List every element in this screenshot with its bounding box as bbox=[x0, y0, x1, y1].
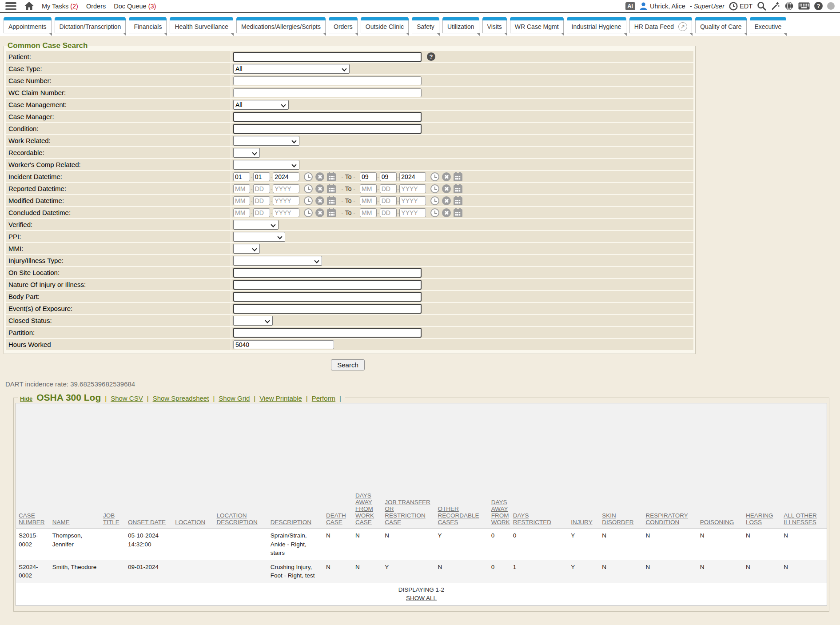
help-icon[interactable]: ? bbox=[814, 2, 823, 10]
on-site-location-input[interactable] bbox=[233, 268, 422, 278]
show-spreadsheet-link[interactable]: Show Spreadsheet bbox=[153, 394, 209, 402]
time-now-icon[interactable] bbox=[304, 196, 313, 205]
tab-wr-case-mgmt[interactable]: WR Case Mgmt bbox=[510, 17, 564, 33]
home-button[interactable] bbox=[24, 2, 34, 10]
table-row[interactable]: S2015-0002 Thompson, Jennifer 05-10-2024… bbox=[16, 529, 827, 560]
tab-outside-clinic[interactable]: Outside Clinic bbox=[361, 17, 409, 33]
calendar-icon[interactable] bbox=[454, 173, 462, 181]
time-now-icon[interactable] bbox=[430, 184, 439, 193]
col-poisoning[interactable]: POISONING bbox=[700, 519, 734, 525]
injury-illness-type-select[interactable] bbox=[233, 256, 322, 266]
show-csv-link[interactable]: Show CSV bbox=[111, 394, 143, 402]
concluded-from-month-input[interactable] bbox=[233, 208, 250, 217]
time-now-icon[interactable] bbox=[304, 184, 313, 193]
calendar-icon[interactable] bbox=[454, 185, 462, 193]
nature-of-injury-input[interactable] bbox=[233, 280, 422, 290]
incident-from-month-input[interactable] bbox=[233, 172, 250, 181]
hide-link[interactable]: Hide bbox=[20, 395, 32, 402]
col-location[interactable]: LOCATION bbox=[175, 519, 205, 525]
incident-to-day-input[interactable] bbox=[380, 172, 397, 181]
clear-date-icon[interactable] bbox=[442, 184, 451, 193]
tab-financials[interactable]: Financials bbox=[129, 17, 167, 33]
search-button[interactable]: Search bbox=[331, 359, 365, 370]
mmi-select[interactable] bbox=[233, 244, 260, 254]
perform-link[interactable]: Perform bbox=[312, 394, 335, 402]
reported-to-month-input[interactable] bbox=[360, 184, 377, 193]
wc-claim-number-input[interactable] bbox=[233, 88, 422, 97]
incident-to-year-input[interactable] bbox=[399, 172, 426, 181]
col-onset-date[interactable]: ONSET DATE bbox=[128, 519, 166, 525]
tab-orders[interactable]: Orders bbox=[329, 17, 358, 33]
col-description[interactable]: DESCRIPTION bbox=[271, 519, 311, 525]
calendar-icon[interactable] bbox=[454, 197, 462, 205]
incident-from-day-input[interactable] bbox=[253, 172, 270, 181]
clear-date-icon[interactable] bbox=[315, 172, 324, 181]
col-name[interactable]: NAME bbox=[52, 519, 70, 525]
case-management-select[interactable]: All bbox=[233, 100, 289, 110]
tab-executive[interactable]: Executive bbox=[750, 17, 787, 33]
concluded-to-month-input[interactable] bbox=[360, 208, 377, 217]
incident-from-year-input[interactable] bbox=[273, 172, 299, 181]
modified-to-day-input[interactable] bbox=[380, 196, 397, 205]
tab-dictation-transcription[interactable]: Dictation/Transcription bbox=[55, 17, 126, 33]
closed-status-select[interactable] bbox=[233, 316, 273, 326]
recordable-select[interactable] bbox=[233, 148, 260, 158]
col-injury[interactable]: INJURY bbox=[571, 519, 593, 525]
clear-date-icon[interactable] bbox=[315, 184, 324, 193]
col-days-restricted[interactable]: DAYS RESTRICTED bbox=[513, 512, 551, 525]
tab-visits[interactable]: Visits bbox=[482, 17, 507, 33]
tab-quality-of-care[interactable]: Quality of Care bbox=[695, 17, 746, 33]
tab-industrial-hygiene[interactable]: Industrial Hygiene bbox=[567, 17, 626, 33]
clear-date-icon[interactable] bbox=[442, 196, 451, 205]
user-menu[interactable]: Uhrick, Alice - SuperUser bbox=[640, 2, 725, 10]
keyboard-icon[interactable] bbox=[798, 2, 810, 10]
calendar-icon[interactable] bbox=[327, 209, 336, 217]
clear-date-icon[interactable] bbox=[442, 172, 451, 181]
modified-from-year-input[interactable] bbox=[273, 196, 299, 205]
col-all-other-illnesses[interactable]: ALL OTHER ILLNESSES bbox=[784, 512, 817, 525]
col-death-case[interactable]: DEATH CASE bbox=[326, 512, 346, 525]
workers-comp-related-select[interactable] bbox=[233, 160, 299, 170]
ppi-select[interactable] bbox=[233, 232, 285, 242]
calendar-icon[interactable] bbox=[327, 185, 336, 193]
case-type-select[interactable]: All bbox=[233, 64, 350, 74]
col-days-away-from-work[interactable]: DAYS AWAY FROM WORK bbox=[491, 499, 510, 525]
patient-help-icon[interactable]: ? bbox=[427, 52, 435, 61]
partition-input[interactable] bbox=[233, 328, 422, 338]
calendar-icon[interactable] bbox=[327, 173, 336, 181]
patient-input[interactable] bbox=[233, 52, 422, 62]
modified-to-month-input[interactable] bbox=[360, 196, 377, 205]
col-respiratory-condition[interactable]: RESPIRATORY CONDITION bbox=[645, 512, 688, 525]
clear-date-icon[interactable] bbox=[442, 208, 451, 217]
show-grid-link[interactable]: Show Grid bbox=[219, 394, 250, 402]
table-row[interactable]: S2024-0002 Smith, Theodore 09-01-2024 Cr… bbox=[16, 560, 827, 583]
reported-from-month-input[interactable] bbox=[233, 184, 250, 193]
col-skin-disorder[interactable]: SKIN DISORDER bbox=[602, 512, 633, 525]
reported-to-year-input[interactable] bbox=[399, 184, 426, 193]
tab-utilization[interactable]: Utilization bbox=[442, 17, 479, 33]
time-now-icon[interactable] bbox=[430, 172, 439, 181]
case-manager-input[interactable] bbox=[233, 112, 422, 122]
time-now-icon[interactable] bbox=[430, 208, 439, 217]
reported-to-day-input[interactable] bbox=[380, 184, 397, 193]
modified-from-day-input[interactable] bbox=[253, 196, 270, 205]
calendar-icon[interactable] bbox=[454, 209, 462, 217]
time-now-icon[interactable] bbox=[430, 196, 439, 205]
tab-hr-data-feed[interactable]: HR Data Feed↗ bbox=[629, 17, 692, 33]
calendar-icon[interactable] bbox=[327, 197, 336, 205]
show-all-link[interactable]: SHOW ALL bbox=[406, 595, 437, 601]
col-job-transfer-or-restriction-case[interactable]: JOB TRANSFER OR RESTRICTION CASE bbox=[385, 499, 430, 525]
case-number-input[interactable] bbox=[233, 76, 422, 85]
nav-orders[interactable]: Orders bbox=[86, 3, 106, 10]
modified-from-month-input[interactable] bbox=[233, 196, 250, 205]
time-now-icon[interactable] bbox=[304, 172, 313, 181]
view-printable-link[interactable]: View Printable bbox=[259, 394, 302, 402]
globe-icon[interactable] bbox=[784, 1, 794, 11]
col-job-title[interactable]: JOB TITLE bbox=[103, 512, 119, 525]
tab-appointments[interactable]: Appointments bbox=[4, 17, 52, 33]
concluded-from-day-input[interactable] bbox=[253, 208, 270, 217]
reported-from-year-input[interactable] bbox=[273, 184, 299, 193]
tab-medications-allergies-scripts[interactable]: Medications/Allergies/Scripts bbox=[236, 17, 326, 33]
clear-date-icon[interactable] bbox=[315, 196, 324, 205]
body-part-input[interactable] bbox=[233, 292, 422, 302]
